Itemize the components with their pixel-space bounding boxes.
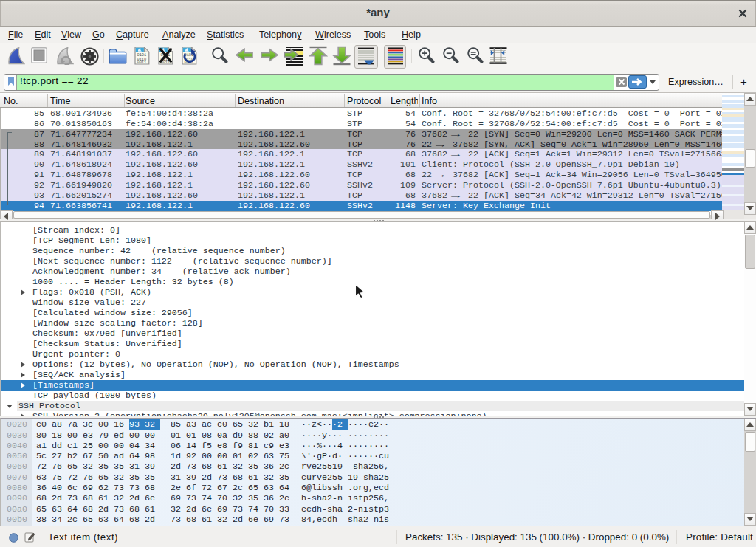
svg-text:0011: 0011: [137, 61, 146, 65]
